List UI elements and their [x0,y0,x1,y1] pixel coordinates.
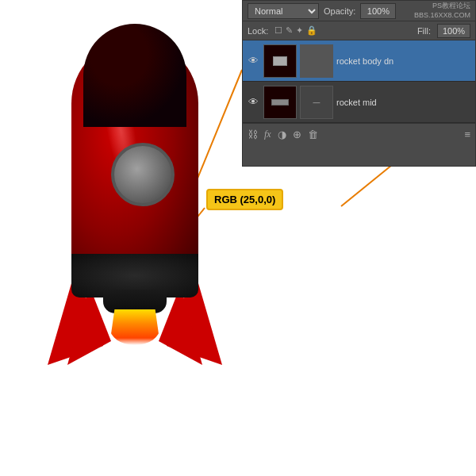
layer-name-0: rocket body dn [336,56,472,66]
opacity-label: Opacity: [324,6,355,16]
rgb-value: RGB (25,0,0) [214,194,275,205]
delete-layer-icon[interactable]: 🗑 [308,129,318,140]
lock-icons: ☐ ✎ ✦ 🔒 [274,25,317,36]
rocket-window [111,143,175,206]
lock-all-icon[interactable]: 🔒 [306,25,317,36]
ps-toolbar: Normal Opacity: PS教程论坛 BBS.16XX8.COM [243,1,475,21]
layer-mask-thumb-0 [300,44,333,78]
blend-mode-select[interactable]: Normal [248,3,319,19]
fx-icon[interactable]: fx [264,129,271,140]
rocket-nose [71,24,198,127]
circle-half-icon[interactable]: ◑ [278,129,286,140]
rocket-flame [109,309,160,345]
layer-thumb-rect-0 [273,56,287,66]
new-layer-icon[interactable]: ⊕ [293,129,301,140]
rgb-tooltip: RGB (25,0,0) [206,189,283,210]
layer-row-0[interactable]: 👁 rocket body dn [243,40,475,82]
ps-bottom-bar: ⛓ fx ◑ ⊕ 🗑 ≡ [243,123,475,145]
lock-label: Lock: [248,26,268,36]
layer-thumb-0 [263,44,297,78]
layer-name-1: rocket mid [336,98,472,107]
fill-input[interactable] [437,24,470,38]
rocket [48,24,222,468]
ps-lock-row: Lock: ☐ ✎ ✦ 🔒 Fill: [243,21,475,40]
fill-label: Fill: [417,26,431,36]
layer-thumb-1 [263,86,297,119]
layer-row-1[interactable]: 👁 – rocket mid [243,82,475,123]
site-info: PS教程论坛 BBS.16XX8.COM [414,2,470,20]
photoshop-panel: Normal Opacity: PS教程论坛 BBS.16XX8.COM Loc… [242,0,476,167]
layer-mask-thumb-1: – [300,86,333,119]
layer-visibility-0[interactable]: 👁 [246,54,260,68]
layer-thumb-rect-1 [271,99,289,106]
layer-visibility-1[interactable]: 👁 [246,95,260,109]
chain-icon[interactable]: ⛓ [248,129,258,140]
panel-menu-icon[interactable]: ≡ [464,129,470,140]
ps-layers: 👁 rocket body dn 👁 – rocket mid [243,40,475,123]
opacity-input[interactable] [360,3,396,19]
lock-brush-icon[interactable]: ✎ [286,25,293,36]
lock-move-icon[interactable]: ✦ [296,25,303,36]
lock-check-icon[interactable]: ☐ [274,25,282,36]
